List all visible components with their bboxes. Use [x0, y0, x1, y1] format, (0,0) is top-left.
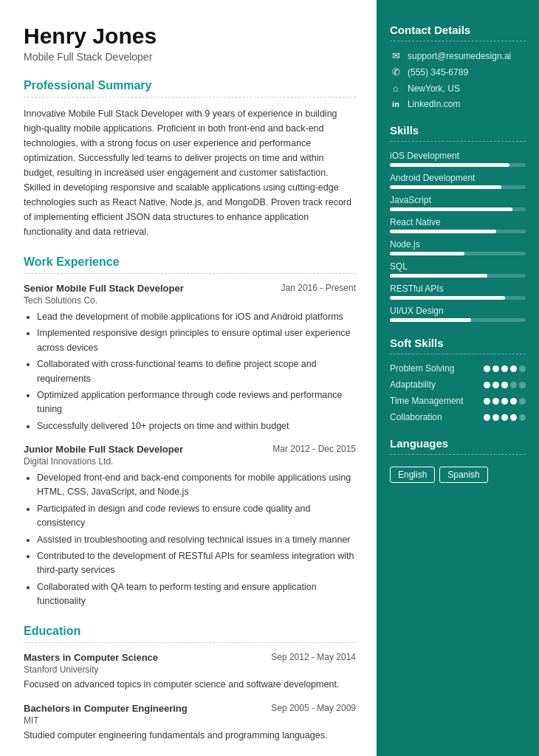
right-column: Contact Details ✉ support@resumedesign.a… — [377, 0, 539, 756]
summary-heading: Professional Summary — [24, 79, 356, 92]
skill-bar-background — [390, 274, 526, 278]
edu-2-institution: MIT — [24, 715, 356, 726]
skill-bar-fill — [390, 163, 509, 167]
work-experience-section: Work Experience Senior Mobile Full Stack… — [24, 255, 356, 608]
skill-bar-background — [390, 296, 526, 300]
skill-name: Node.js — [390, 239, 526, 250]
job-2-header: Junior Mobile Full Stack Developer Mar 2… — [24, 444, 356, 455]
soft-skill-name: Adaptability — [390, 379, 436, 390]
list-item: Implemented responsive design principles… — [37, 326, 356, 355]
skill-name: SQL — [390, 261, 526, 272]
language-tag: English — [390, 467, 435, 483]
skill-bar-background — [390, 252, 526, 255]
soft-skills-divider — [390, 354, 526, 354]
contact-divider — [390, 41, 526, 41]
languages-list: EnglishSpanish — [390, 464, 526, 483]
dot — [492, 398, 499, 405]
contact-location: ⌂ NewYork, US — [390, 83, 526, 94]
dot — [510, 414, 517, 421]
skill-bar-fill — [390, 230, 496, 233]
edu-1-header: Masters in Computer Science Sep 2012 - M… — [24, 652, 356, 663]
skills-divider — [390, 141, 526, 142]
job-1-title: Senior Mobile Full Stack Developer — [24, 283, 184, 294]
job-2: Junior Mobile Full Stack Developer Mar 2… — [24, 444, 356, 608]
skill-bar-fill — [390, 185, 501, 189]
dot — [492, 365, 499, 372]
skill-bar-background — [390, 230, 526, 233]
dot — [484, 382, 490, 388]
skill-bar-background — [390, 185, 526, 189]
list-item: Contributed to the development of RESTfu… — [37, 549, 356, 578]
skill-item: RESTful APIs — [390, 284, 526, 300]
skill-bar-fill — [390, 207, 512, 211]
skill-name: React Native — [390, 217, 526, 227]
list-item: Collaborated with cross-functional teams… — [37, 357, 356, 386]
soft-skill-item: Collaboration — [390, 412, 526, 422]
job-2-dates: Mar 2012 - Dec 2015 — [272, 444, 356, 454]
job-title: Mobile Full Stack Developer — [24, 51, 356, 63]
job-1-bullets: Lead the development of mobile applicati… — [24, 310, 356, 433]
linkedin-icon: in — [390, 100, 402, 109]
skill-bar-background — [390, 318, 526, 322]
skill-dots — [484, 365, 526, 372]
job-2-company: Digital Innovations Ltd. — [24, 456, 356, 467]
dot — [510, 382, 517, 388]
skill-item: React Native — [390, 217, 526, 233]
contact-location-text: NewYork, US — [408, 83, 460, 94]
skill-bar-fill — [390, 318, 471, 322]
edu-2-degree: Bachelors in Computer Engineering — [24, 703, 188, 714]
soft-skill-name: Problem Solving — [390, 363, 454, 374]
edu-2-desc: Studied computer engineering fundamental… — [24, 729, 356, 743]
list-item: Developed front-end and back-end compone… — [37, 471, 356, 500]
list-item: Successfully delivered 10+ projects on t… — [37, 419, 356, 433]
job-1: Senior Mobile Full Stack Developer Jan 2… — [24, 283, 356, 433]
dot — [519, 382, 526, 388]
skill-item: SQL — [390, 261, 526, 278]
list-item: Assisted in troubleshooting and resolvin… — [37, 533, 356, 547]
summary-text: Innovative Mobile Full Stack Developer w… — [24, 106, 356, 239]
skills-section: Skills iOS Development Android Developme… — [390, 124, 526, 322]
edu-1-degree: Masters in Computer Science — [24, 652, 158, 663]
contact-phone: ✆ (555) 345-6789 — [390, 66, 526, 78]
dot — [501, 382, 508, 388]
dot — [492, 382, 499, 388]
edu-2-header: Bachelors in Computer Engineering Sep 20… — [24, 703, 356, 714]
skill-name: iOS Development — [390, 151, 526, 161]
edu-1-institution: Stanford University — [24, 664, 356, 675]
skill-name: Android Development — [390, 173, 526, 183]
left-column: Henry Jones Mobile Full Stack Developer … — [0, 0, 377, 756]
list-item: Optimized application performance throug… — [37, 388, 356, 417]
phone-icon: ✆ — [390, 66, 402, 78]
contact-heading: Contact Details — [390, 24, 526, 36]
contact-section: Contact Details ✉ support@resumedesign.a… — [390, 24, 526, 109]
soft-skill-item: Problem Solving — [390, 363, 526, 374]
skills-list: iOS Development Android Development Java… — [390, 151, 526, 322]
contact-linkedin-text: LinkedIn.com — [408, 99, 460, 109]
skill-item: UI/UX Design — [390, 306, 526, 322]
edu-1: Masters in Computer Science Sep 2012 - M… — [24, 652, 356, 692]
education-divider — [24, 642, 356, 643]
job-2-title: Junior Mobile Full Stack Developer — [24, 444, 183, 455]
dot — [501, 414, 508, 421]
dot — [484, 398, 490, 405]
languages-heading: Languages — [390, 437, 526, 450]
skill-bar-fill — [390, 274, 487, 278]
work-experience-divider — [24, 273, 356, 274]
skill-bar-fill — [390, 252, 464, 255]
skill-dots — [484, 398, 526, 405]
skill-bar-background — [390, 207, 526, 211]
skill-item: JavaScript — [390, 195, 526, 211]
language-tag: Spanish — [439, 467, 487, 483]
soft-skill-name: Collaboration — [390, 412, 442, 422]
location-icon: ⌂ — [390, 83, 402, 94]
job-1-dates: Jan 2016 - Present — [281, 283, 356, 293]
soft-skills-section: Soft Skills Problem Solving Adaptability… — [390, 337, 526, 422]
list-item: Collaborated with QA team to perform tes… — [37, 580, 356, 609]
soft-skill-item: Time Management — [390, 396, 526, 406]
contact-linkedin: in LinkedIn.com — [390, 99, 526, 109]
job-2-bullets: Developed front-end and back-end compone… — [24, 471, 356, 608]
dot — [484, 365, 490, 372]
soft-skills-heading: Soft Skills — [390, 337, 526, 349]
dot — [519, 398, 526, 405]
dot — [519, 365, 526, 372]
